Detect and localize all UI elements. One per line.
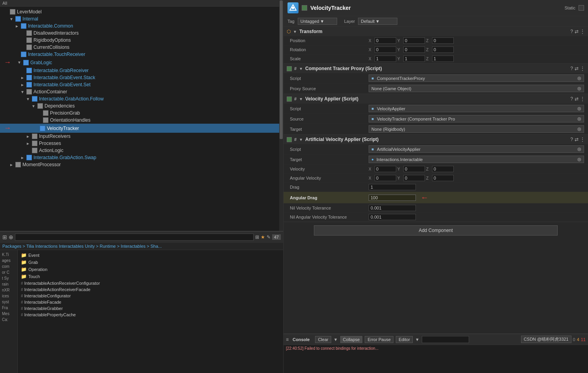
settings-icon3[interactable]: ⇄	[575, 96, 579, 102]
sidebar-item-fra[interactable]: Fra	[1, 305, 17, 311]
va-circle-btn[interactable]: ◎	[577, 106, 581, 111]
help-icon[interactable]: ?	[570, 29, 573, 34]
position-y[interactable]	[403, 37, 425, 44]
angular-drag-input[interactable]	[369, 195, 416, 201]
transform-header[interactable]: ⬡ ▼ Transform ? ⇄ ⋮	[284, 27, 588, 36]
circle-target-btn[interactable]: ◎	[577, 76, 581, 81]
rotation-z[interactable]	[432, 46, 454, 53]
tree-item-touch[interactable]: Interactable.TouchReceiver	[0, 51, 283, 58]
rotation-x[interactable]	[375, 46, 396, 53]
va-enable-checkbox[interactable]	[287, 96, 292, 102]
angular-velocity-y[interactable]	[403, 175, 425, 181]
tree-item-velocity-tracker[interactable]: → VelocityTracker	[0, 124, 283, 133]
help-icon3[interactable]: ?	[570, 96, 573, 102]
more-icon[interactable]: ⋮	[580, 29, 585, 34]
tree-item-orientation[interactable]: OrientationHandles	[0, 117, 283, 124]
ava-circle-btn[interactable]: ◎	[577, 147, 581, 152]
tree-item-input-receivers[interactable]: ► InputReceivers	[0, 133, 283, 140]
help-icon4[interactable]: ?	[570, 137, 573, 142]
tree-item-grab-set[interactable]: ► Interactable.GrabEvent.Set	[0, 81, 283, 88]
nil-velocity-input[interactable]	[369, 205, 416, 211]
tree-item-internal[interactable]: ▼ Internal	[0, 15, 283, 22]
file-facade[interactable]: # InteractableFacade	[19, 299, 282, 305]
file-touch[interactable]: 📁 Touch	[19, 273, 282, 280]
file-grab[interactable]: 📁 Grab	[19, 259, 282, 266]
more-icon3[interactable]: ⋮	[580, 96, 585, 102]
component-enable-checkbox[interactable]	[287, 66, 292, 71]
tree-item-grablogic[interactable]: → ▼ GrabLogic	[0, 58, 283, 67]
velocity-applier-header[interactable]: # ▼ Velocity Applier (Script) ? ⇄ ⋮	[284, 94, 588, 104]
settings-icon4[interactable]: ⇄	[575, 137, 579, 142]
tree-item-action-logic[interactable]: ActionLogic	[0, 147, 283, 154]
ava-target-circle-btn[interactable]: ◎	[577, 157, 581, 162]
collapse-button[interactable]: Collapse	[340, 336, 363, 343]
va-script-field[interactable]: ■ VelocityApplier ◎	[369, 105, 584, 112]
scale-y[interactable]	[403, 56, 425, 62]
velocity-y[interactable]	[403, 166, 425, 172]
project-search-input[interactable]	[15, 234, 254, 241]
sidebar-item-com[interactable]: com	[1, 264, 17, 269]
scale-z[interactable]	[432, 56, 454, 62]
help-icon2[interactable]: ?	[570, 66, 573, 71]
layer-dropdown[interactable]: Default ▼	[358, 18, 397, 25]
sidebar-item-nxr[interactable]: nXR	[1, 287, 17, 293]
editor-button[interactable]: Editor	[396, 336, 413, 343]
sidebar-item-ices[interactable]: ices	[1, 293, 17, 299]
settings-icon[interactable]: ⇄	[575, 29, 579, 34]
tag-dropdown[interactable]: Untagged ▼	[298, 18, 337, 25]
sidebar-item-kti[interactable]: K.Ti	[1, 252, 17, 258]
file-event[interactable]: 📁 Event	[19, 252, 282, 259]
error-pause-button[interactable]: Error Pause	[365, 336, 393, 343]
tree-item-collisions[interactable]: CurrentCollisions	[0, 44, 283, 51]
scrollbar-thumb[interactable]	[280, 0, 283, 139]
rotation-y[interactable]	[403, 46, 425, 53]
sidebar-item-ca[interactable]: Ca:	[1, 317, 17, 323]
tree-item-dependencies[interactable]: ▼ Dependencies	[0, 102, 283, 109]
va-target-field[interactable]: None (Rigidbody) ◎	[369, 125, 584, 133]
va-source-circle-btn[interactable]: ◎	[577, 116, 581, 121]
tree-item-moment-processor[interactable]: ► MomentProcessor	[0, 161, 283, 168]
ava-script-field[interactable]: ■ ArtificialVelocityApplier ◎	[369, 145, 584, 153]
tree-item-grab-receiver[interactable]: Interactable.GrabReceiver	[0, 67, 283, 74]
sidebar-item-orc[interactable]: or C	[1, 269, 17, 275]
va-source-field[interactable]: ■ VelocityTracker (Component Tracker Pro…	[369, 115, 584, 122]
more-icon2[interactable]: ⋮	[580, 66, 585, 71]
file-grabber[interactable]: # InteractableGrabber	[19, 305, 282, 312]
proxy-source-field[interactable]: None (Game Object) ◎	[369, 85, 584, 92]
settings-icon2[interactable]: ⇄	[575, 66, 579, 71]
angular-velocity-x[interactable]	[375, 175, 396, 181]
editor-dropdown-icon[interactable]: ▼	[415, 337, 419, 342]
drag-input[interactable]	[369, 184, 416, 190]
more-icon4[interactable]: ⋮	[580, 137, 585, 142]
ava-target-field[interactable]: ● Interactions.Interactable ◎	[369, 156, 584, 163]
artificial-velocity-header[interactable]: # ▼ Artificial Velocity Applier (Script)…	[284, 135, 588, 144]
dropdown-arrow-icon[interactable]: ▼	[334, 337, 338, 342]
sidebar-item-syst[interactable]: syst	[1, 299, 17, 305]
component-tracker-header[interactable]: # ▼ Component Tracker Proxy (Script) ? ⇄…	[284, 64, 588, 73]
position-x[interactable]	[375, 37, 396, 44]
inspector-scroll[interactable]: ⬡ ▼ Transform ? ⇄ ⋮ Position X Y	[284, 27, 588, 334]
tree-item-grab-stack[interactable]: ► Interactable.GrabEvent.Stack	[0, 74, 283, 81]
tree-item-grab-follow[interactable]: ▼ Interactable.GrabAction.Follow ›	[0, 95, 283, 102]
file-operation[interactable]: 📁 Operation	[19, 266, 282, 273]
console-search-input[interactable]	[422, 336, 469, 343]
sidebar-item-ages[interactable]: ages	[1, 258, 17, 264]
file-configurator[interactable]: # InteractableConfigurator	[19, 293, 282, 299]
tree-item-interactable-common[interactable]: ► Interactable.Common ›	[0, 22, 283, 30]
sidebar-item-tsy[interactable]: t Sy	[1, 275, 17, 281]
velocity-x[interactable]	[375, 166, 396, 172]
position-z[interactable]	[432, 37, 454, 44]
tree-item-rigidbody[interactable]: RigidbodyOptions	[0, 37, 283, 44]
file-property-cache[interactable]: # InteractablePropertyCache	[19, 312, 282, 318]
tree-item-disallowed[interactable]: DisallowedInteractors	[0, 30, 283, 37]
va-target-circle-btn[interactable]: ◎	[577, 126, 581, 132]
circle-target-btn2[interactable]: ◎	[577, 86, 581, 91]
tree-item-grab-swap[interactable]: ► Interactable.GrabAction.Swap ›	[0, 154, 283, 161]
static-checkbox[interactable]	[579, 5, 584, 11]
file-action-receiver-facade[interactable]: # InteractableActionReceiverFacade	[19, 286, 282, 293]
active-checkbox[interactable]	[302, 5, 307, 11]
sidebar-item-rain[interactable]: rain	[1, 281, 17, 287]
tree-item-action-container[interactable]: ▼ ActionContainer	[0, 88, 283, 95]
script-field[interactable]: ■ ComponentTrackerProxy ◎	[369, 74, 584, 82]
add-component-button[interactable]: Add Component	[314, 225, 557, 236]
